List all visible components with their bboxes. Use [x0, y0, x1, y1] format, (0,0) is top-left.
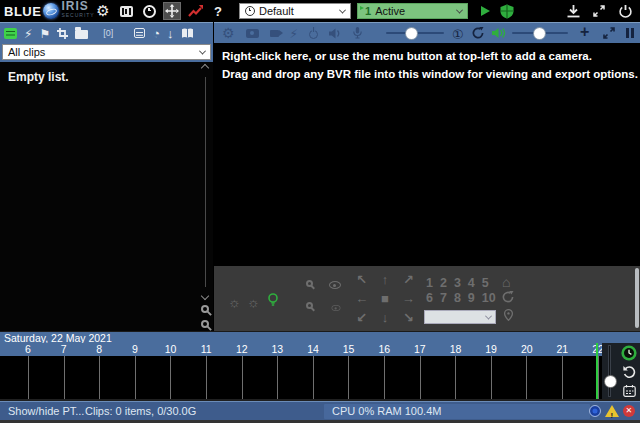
brightness-down-button[interactable]	[228, 294, 241, 310]
zoom-in-button[interactable]	[580, 24, 589, 40]
maximize-button[interactable]	[603, 27, 615, 39]
ptz-geo-button[interactable]	[504, 309, 513, 321]
clips-viewer-button[interactable]	[117, 2, 135, 20]
circled-one-icon	[452, 26, 464, 42]
schedule-profile-dropdown[interactable]: Default	[239, 3, 351, 19]
ptz-up-left-button[interactable]: ↖	[350, 270, 373, 289]
preset-button[interactable]: 3	[454, 276, 461, 290]
pause-button[interactable]	[626, 28, 634, 38]
ptz-down-right-button[interactable]: ↘	[397, 308, 420, 327]
ptz-left-button[interactable]: ←	[350, 289, 373, 308]
volume-slider[interactable]	[512, 32, 568, 34]
record-button[interactable]	[270, 30, 279, 37]
database-button[interactable]	[181, 28, 194, 39]
ptz-stop-button[interactable]: ■	[373, 289, 396, 308]
blue-iris-window: BLUE IRIS SECURITY ? Default 1	[0, 0, 640, 423]
settings-button[interactable]	[94, 2, 112, 20]
status-graph-button[interactable]	[186, 2, 204, 20]
preset-button[interactable]: 2	[440, 276, 447, 290]
warning-icon[interactable]	[605, 405, 619, 417]
iris-close-button[interactable]	[330, 304, 342, 312]
timeline-reset-button[interactable]	[620, 363, 638, 380]
clock-icon	[621, 345, 637, 361]
timelapse-button[interactable]	[152, 25, 160, 41]
ptz-cycle-button[interactable]	[502, 291, 514, 303]
camera-settings-button[interactable]	[222, 25, 235, 41]
shutter-slider[interactable]	[386, 32, 444, 34]
timeline-live-button[interactable]	[620, 344, 638, 361]
schedule-button[interactable]	[140, 2, 158, 20]
hour-label: 14	[303, 343, 323, 356]
iris-open-button[interactable]	[329, 281, 341, 289]
list-zoom-out-icon[interactable]	[201, 320, 209, 328]
ir-light-button[interactable]	[267, 293, 279, 307]
clips-filter-dropdown[interactable]: All clips	[2, 44, 211, 60]
ptz-down-left-button[interactable]: ↙	[350, 308, 373, 327]
calendar-filter-button[interactable]	[134, 28, 145, 38]
camera-power-button[interactable]	[309, 28, 318, 39]
trim-export-button[interactable]	[57, 28, 68, 39]
power-button[interactable]	[616, 2, 634, 20]
home-icon	[502, 274, 510, 290]
preset-button[interactable]: 8	[454, 291, 461, 305]
hour-label: 13	[267, 343, 287, 356]
refresh-button[interactable]	[472, 27, 484, 39]
ptz-up-right-button[interactable]: ↗	[397, 270, 420, 289]
preset-button[interactable]: 6	[426, 291, 433, 305]
sun-icon	[247, 294, 260, 310]
volume-button[interactable]	[492, 27, 507, 39]
camera-audio-button[interactable]	[329, 28, 342, 39]
list-zoom-in-icon[interactable]	[201, 305, 209, 313]
clips-list[interactable]: Empty list.	[0, 62, 213, 331]
ptz-down-button[interactable]: ↓	[373, 308, 396, 327]
timeline-track[interactable]	[0, 356, 602, 399]
download-clip-button[interactable]	[167, 25, 174, 41]
hour-label: 21	[552, 343, 572, 356]
trigger-button[interactable]	[290, 25, 298, 41]
ptz-home-button[interactable]	[502, 274, 510, 290]
fullscreen-button[interactable]	[590, 2, 608, 20]
preset-button[interactable]: 5	[482, 276, 489, 290]
preset-button[interactable]: 1	[426, 276, 433, 290]
brightness-up-button[interactable]	[247, 294, 260, 310]
error-icon[interactable]	[623, 405, 635, 417]
globe-icon	[43, 3, 59, 19]
export-button[interactable]	[564, 2, 582, 20]
substream-toggle-button[interactable]	[452, 26, 464, 42]
alerts-button[interactable]	[24, 25, 32, 41]
scroll-up-icon[interactable]	[201, 64, 209, 72]
down-arrow-icon	[167, 25, 174, 41]
scrollbar-track[interactable]	[205, 77, 206, 287]
ptz-controls-toggle-button[interactable]	[163, 2, 181, 20]
status-circle-icon[interactable]	[589, 405, 601, 417]
clips-scrollbar[interactable]	[198, 63, 212, 301]
ptz-zoom-in-button[interactable]	[306, 280, 313, 287]
talk-button[interactable]	[353, 27, 362, 39]
slider-knob[interactable]	[605, 376, 616, 387]
ptz-preset-dropdown[interactable]	[424, 310, 496, 324]
view-scrollbar[interactable]	[635, 268, 639, 328]
preset-button[interactable]: 9	[468, 291, 475, 305]
active-profile-dropdown[interactable]: 1 Active	[357, 3, 468, 19]
help-button[interactable]: ?	[209, 2, 227, 20]
folder-button[interactable]	[75, 27, 88, 39]
timeline-calendar-button[interactable]	[620, 382, 638, 399]
ptz-toggle-label[interactable]: Show/hide PT...	[8, 402, 84, 420]
preset-button[interactable]: 7	[440, 291, 447, 305]
scroll-down-icon[interactable]	[201, 292, 209, 300]
camera-view[interactable]: Right-click here, or use the menu button…	[214, 43, 640, 266]
ptz-up-button[interactable]: ↑	[373, 270, 396, 289]
flagged-clips-button[interactable]	[39, 25, 50, 41]
ptz-right-button[interactable]: →	[397, 289, 420, 308]
slider-knob[interactable]	[534, 28, 545, 39]
ptz-zoom-out-button[interactable]	[306, 302, 313, 309]
microphone-icon	[353, 27, 362, 39]
slider-knob[interactable]	[406, 28, 417, 39]
traffic-signal-button[interactable]	[476, 2, 494, 20]
preset-button[interactable]: 10	[482, 291, 496, 305]
camera-list-button[interactable]	[4, 28, 17, 39]
shield-button[interactable]	[498, 2, 516, 20]
snapshot-button[interactable]	[246, 29, 259, 38]
preset-button[interactable]: 4	[468, 276, 475, 290]
timeline-zoom-slider[interactable]	[608, 345, 611, 397]
